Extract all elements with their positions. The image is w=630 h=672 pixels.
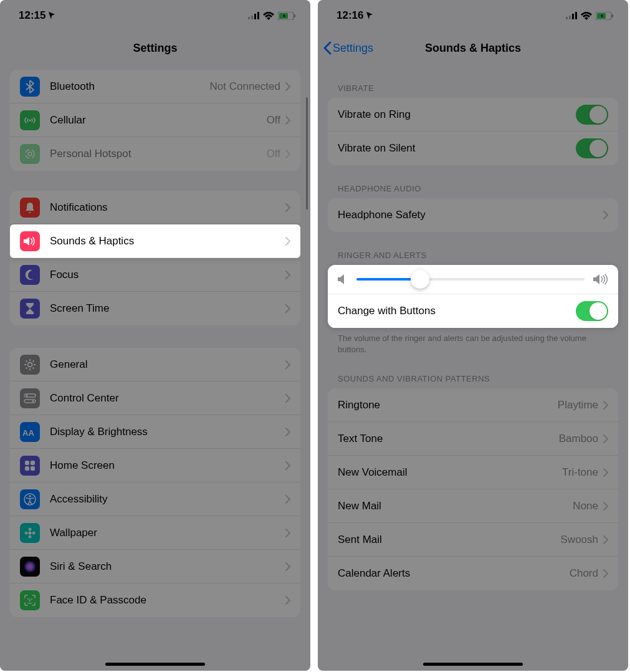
settings-row-accessibility[interactable]: Accessibility [10, 482, 300, 516]
home-indicator[interactable] [105, 663, 205, 666]
sound-row-new-voicemail[interactable]: New VoicemailTri-tone [328, 456, 618, 489]
sound-row-ringtone[interactable]: RingtonePlaytime [328, 388, 618, 422]
settings-group-connectivity: BluetoothNot ConnectedCellularOffPersona… [10, 70, 300, 171]
svg-point-31 [29, 527, 32, 530]
section-header-headphone: HEADPHONE AUDIO [318, 165, 628, 198]
svg-rect-1 [251, 16, 253, 19]
settings-row-general[interactable]: General [10, 348, 300, 382]
vibrate-row-1[interactable]: Vibrate on Silent [328, 132, 618, 165]
svg-point-22 [32, 400, 34, 402]
svg-line-16 [33, 367, 34, 368]
settings-row-sounds-haptics[interactable]: Sounds & Haptics [10, 224, 300, 258]
sound-row-calendar-alerts[interactable]: Calendar AlertsChord [328, 557, 618, 590]
svg-point-20 [26, 395, 28, 396]
volume-slider[interactable] [356, 278, 585, 281]
settings-row-display-brightness[interactable]: AADisplay & Brightness [10, 415, 300, 449]
svg-rect-5 [294, 14, 295, 17]
speaker-low-icon [338, 274, 348, 285]
bluetooth-icon [20, 77, 40, 97]
chevron-right-icon [285, 237, 290, 246]
svg-rect-3 [257, 12, 259, 19]
row-label: Accessibility [50, 493, 285, 506]
settings-row-siri-search[interactable]: Siri & Search [10, 550, 300, 583]
row-value: Off [267, 148, 280, 160]
svg-point-7 [29, 119, 31, 121]
back-button[interactable]: Settings [323, 31, 373, 65]
row-label: Headphone Safety [338, 209, 603, 221]
svg-point-10 [28, 362, 32, 367]
svg-text:AA: AA [22, 428, 34, 438]
chevron-right-icon [285, 82, 290, 91]
toggle[interactable] [576, 105, 608, 125]
status-time: 12:15 [19, 9, 45, 22]
section-header-ringer: RINGER AND ALERTS [318, 232, 628, 265]
chevron-right-icon [603, 569, 608, 578]
cellular-icon [20, 110, 40, 130]
row-label: Screen Time [50, 302, 285, 315]
settings-row-wallpaper[interactable]: Wallpaper [10, 516, 300, 550]
row-label: Focus [50, 269, 285, 281]
svg-point-30 [29, 531, 32, 534]
settings-group-notifications: NotificationsSounds & HapticsFocusScreen… [10, 191, 300, 325]
gear-icon [20, 355, 40, 375]
nav-bar: Settings Sounds & Haptics [318, 31, 628, 65]
back-label: Settings [333, 42, 373, 55]
row-label: Sent Mail [338, 534, 561, 546]
chevron-right-icon [285, 461, 290, 470]
phone-left-settings: 12:15 Settings BluetoothNot ConnectedCel… [0, 0, 310, 671]
svg-point-34 [32, 531, 36, 534]
row-label: Face ID & Passcode [50, 594, 285, 607]
change-with-buttons-row[interactable]: Change with Buttons [328, 294, 618, 328]
chevron-right-icon [285, 529, 290, 537]
sound-row-new-mail[interactable]: New MailNone [328, 489, 618, 523]
home-indicator[interactable] [423, 663, 523, 666]
settings-row-control-center[interactable]: Control Center [10, 382, 300, 415]
chevron-right-icon [603, 468, 608, 477]
svg-point-9 [26, 150, 34, 158]
row-label: Cellular [50, 114, 267, 127]
svg-rect-24 [25, 461, 29, 465]
svg-rect-44 [612, 14, 613, 17]
svg-point-32 [29, 535, 32, 538]
headphone-safety-row[interactable]: Headphone Safety [328, 198, 618, 232]
change-with-buttons-label: Change with Buttons [338, 305, 576, 317]
grid-icon [20, 456, 40, 476]
battery-icon [596, 12, 613, 20]
nav-title: Settings [133, 42, 177, 55]
settings-row-notifications[interactable]: Notifications [10, 191, 300, 224]
sound-row-sent-mail[interactable]: Sent MailSwoosh [328, 523, 618, 557]
wifi-icon [263, 12, 274, 20]
row-label: Personal Hotspot [50, 148, 267, 160]
row-label: Control Center [50, 392, 285, 405]
settings-row-home-screen[interactable]: Home Screen [10, 449, 300, 482]
row-label: Bluetooth [50, 80, 210, 93]
row-value: Not Connected [210, 80, 280, 93]
chevron-right-icon [603, 502, 608, 511]
chevron-right-icon [285, 394, 290, 403]
faceid-icon [20, 590, 40, 610]
accessibility-icon [20, 489, 40, 509]
vibrate-row-0[interactable]: Vibrate on Ring [328, 98, 618, 132]
change-with-buttons-toggle[interactable] [576, 301, 608, 321]
slider-thumb[interactable] [411, 270, 429, 289]
signal-icon [248, 12, 259, 19]
chevron-right-icon [285, 116, 290, 125]
chevron-right-icon [603, 211, 608, 219]
settings-row-focus[interactable]: Focus [10, 258, 300, 292]
settings-row-screen-time[interactable]: Screen Time [10, 292, 300, 325]
headphone-group: Headphone Safety [328, 198, 618, 232]
row-value: None [573, 500, 598, 512]
vibrate-group: Vibrate on RingVibrate on Silent [328, 98, 618, 165]
settings-row-personal-hotspot[interactable]: Personal HotspotOff [10, 137, 300, 171]
sound-row-text-tone[interactable]: Text ToneBamboo [328, 422, 618, 456]
chevron-right-icon [285, 360, 290, 369]
settings-row-cellular[interactable]: CellularOff [10, 103, 300, 137]
toggle[interactable] [576, 138, 608, 158]
settings-row-bluetooth[interactable]: BluetoothNot Connected [10, 70, 300, 103]
svg-point-33 [25, 531, 28, 534]
settings-row-face-id-passcode[interactable]: Face ID & Passcode [10, 583, 300, 617]
scroll-indicator [306, 97, 308, 209]
chevron-left-icon [323, 41, 332, 55]
ringer-highlight-group: Change with Buttons [328, 265, 618, 328]
row-label: New Voicemail [338, 466, 562, 479]
